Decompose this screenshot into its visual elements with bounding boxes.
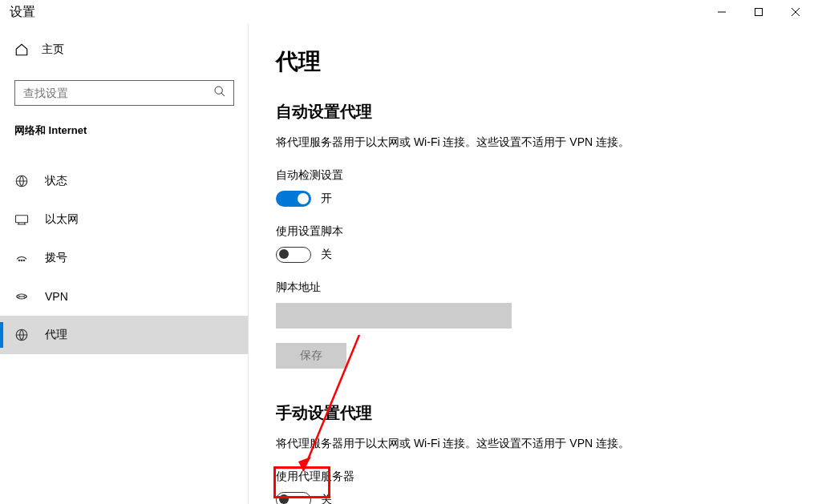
sidebar-item-label: 以太网 — [45, 212, 79, 227]
sidebar-category: 网络和 Internet — [0, 123, 249, 149]
sidebar-nav: 状态 以太网 拨号 VPN — [0, 162, 249, 354]
svg-rect-1 — [755, 9, 763, 16]
use-script-state: 关 — [321, 248, 332, 262]
sidebar-home-label: 主页 — [42, 42, 64, 57]
auto-detect-state: 开 — [321, 192, 332, 206]
vpn-icon — [14, 289, 29, 304]
proxy-icon — [14, 328, 29, 342]
sidebar-item-label: VPN — [45, 290, 68, 303]
search-icon — [213, 85, 226, 101]
sidebar-item-status[interactable]: 状态 — [0, 162, 249, 200]
sidebar-item-proxy[interactable]: 代理 — [0, 316, 249, 354]
svg-point-4 — [215, 87, 222, 94]
sidebar-item-label: 状态 — [45, 174, 67, 188]
sidebar-divider — [248, 24, 249, 504]
ethernet-icon — [14, 212, 29, 227]
auto-section-heading: 自动设置代理 — [276, 101, 795, 123]
use-proxy-label: 使用代理服务器 — [276, 470, 795, 484]
window-controls — [703, 0, 814, 24]
sidebar-home[interactable]: 主页 — [0, 34, 249, 66]
auto-detect-label: 自动检测设置 — [276, 168, 795, 183]
search-wrap — [14, 80, 234, 106]
manual-section-heading: 手动设置代理 — [276, 402, 795, 424]
svg-point-10 — [23, 260, 25, 261]
manual-section-desc: 将代理服务器用于以太网或 Wi-Fi 连接。这些设置不适用于 VPN 连接。 — [276, 435, 795, 452]
svg-point-8 — [18, 260, 20, 261]
use-script-label: 使用设置脚本 — [276, 224, 795, 239]
window-title: 设置 — [10, 4, 35, 21]
svg-line-5 — [221, 93, 225, 96]
page-title: 代理 — [276, 46, 795, 77]
maximize-button[interactable] — [740, 0, 777, 24]
close-button[interactable] — [777, 0, 814, 24]
sidebar-item-label: 代理 — [45, 328, 67, 342]
auto-detect-toggle[interactable] — [276, 191, 311, 207]
sidebar-item-label: 拨号 — [45, 251, 67, 265]
dialup-icon — [14, 251, 29, 265]
minimize-button[interactable] — [703, 0, 740, 24]
sidebar-item-vpn[interactable]: VPN — [0, 277, 249, 316]
main-content: 代理 自动设置代理 将代理服务器用于以太网或 Wi-Fi 连接。这些设置不适用于… — [249, 24, 814, 504]
sidebar-item-ethernet[interactable]: 以太网 — [0, 200, 249, 239]
home-icon — [14, 42, 29, 57]
svg-point-9 — [21, 260, 22, 261]
use-script-toggle[interactable] — [276, 247, 311, 263]
status-icon — [14, 174, 29, 188]
script-address-input[interactable] — [276, 303, 512, 329]
sidebar-item-dialup[interactable]: 拨号 — [0, 239, 249, 277]
save-button[interactable]: 保存 — [276, 343, 346, 369]
use-proxy-toggle[interactable] — [276, 492, 311, 504]
script-address-label: 脚本地址 — [276, 280, 795, 295]
sidebar: 主页 网络和 Internet 状态 以太网 — [0, 24, 249, 504]
svg-rect-7 — [16, 216, 28, 223]
titlebar: 设置 — [0, 0, 814, 24]
search-input[interactable] — [14, 80, 234, 106]
auto-section-desc: 将代理服务器用于以太网或 Wi-Fi 连接。这些设置不适用于 VPN 连接。 — [276, 134, 795, 151]
use-proxy-state: 关 — [321, 493, 332, 504]
